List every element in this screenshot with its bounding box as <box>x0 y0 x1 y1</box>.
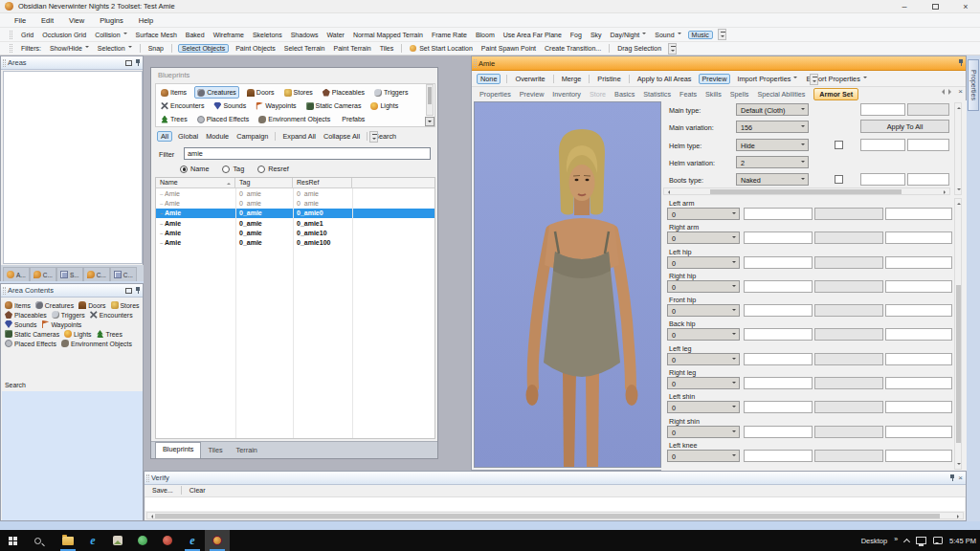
toolbar-overflow-button[interactable] <box>668 43 677 55</box>
body-part-select[interactable]: 0 <box>667 208 740 220</box>
area-contents-category[interactable]: Placeables <box>5 311 47 319</box>
radio-option[interactable]: Name <box>180 165 209 173</box>
helm-field-1[interactable] <box>860 139 905 151</box>
body-part-field-3[interactable] <box>885 377 952 389</box>
body-part-select[interactable]: 0 <box>667 231 740 244</box>
view-toolbar-button[interactable]: Water <box>324 31 345 39</box>
pin-icon[interactable] <box>136 59 140 66</box>
body-part-field-1[interactable] <box>744 401 813 413</box>
creature-tab[interactable]: Skills <box>705 90 722 99</box>
mode-toolbar-button[interactable]: Show/Hide <box>48 44 91 53</box>
body-part-select[interactable]: 0 <box>667 426 740 438</box>
mode-toolbar-button[interactable] <box>171 44 172 53</box>
body-parts-scrollbar[interactable] <box>954 198 962 470</box>
creature-tab[interactable]: Basics <box>614 90 635 99</box>
resource-tab[interactable]: S... <box>56 267 83 281</box>
main-type-select[interactable]: Default (Cloth) <box>736 103 809 116</box>
table-row[interactable]: Amie 0_amie 0_amie <box>156 198 434 208</box>
helm-variation-select[interactable]: 2 <box>736 156 809 168</box>
body-part-field-3[interactable] <box>885 450 952 462</box>
areas-panel-header[interactable]: Areas <box>1 56 143 70</box>
boots-checkbox[interactable] <box>835 175 843 184</box>
body-part-field-3[interactable] <box>885 231 952 244</box>
network-icon[interactable] <box>916 537 926 544</box>
body-part-field-1[interactable] <box>744 353 813 365</box>
search-label[interactable]: Search <box>5 382 26 388</box>
view-toolbar-button[interactable]: Use Area Far Plane <box>501 31 564 39</box>
toolset-taskbar-button[interactable] <box>205 530 230 551</box>
body-part-field-2[interactable] <box>814 328 883 341</box>
creature-toolbar-button[interactable] <box>506 75 507 83</box>
area-contents-category[interactable]: Placed Effects <box>5 340 56 347</box>
mode-toolbar-button[interactable]: Select Objects <box>178 44 229 53</box>
verify-header[interactable]: Verify × <box>145 472 966 485</box>
areas-list[interactable] <box>3 71 143 264</box>
body-part-field-2[interactable] <box>814 401 883 413</box>
scope-button[interactable]: Collapse All <box>322 131 362 142</box>
scope-button[interactable]: Expand All <box>280 131 317 142</box>
creature-toolbar-button[interactable]: Apply to All Areas <box>635 74 694 84</box>
creature-tab[interactable]: Properties <box>479 90 511 99</box>
minimize-button[interactable]: – <box>892 0 917 13</box>
menu-item[interactable]: Help <box>132 15 160 26</box>
area-contents-category[interactable]: Trees <box>97 330 122 338</box>
scope-button[interactable]: Module <box>204 131 231 142</box>
mode-toolbar-button[interactable] <box>140 44 141 53</box>
creature-toolbar-overflow[interactable] <box>810 74 818 85</box>
mode-toolbar-button[interactable]: Set Start Location <box>408 44 475 53</box>
mode-toolbar-button[interactable]: Paint Terrain <box>331 44 372 53</box>
mode-toolbar-button[interactable]: Filters: <box>19 44 43 53</box>
creature-tab[interactable]: Spells <box>730 90 749 99</box>
body-part-field-1[interactable] <box>744 256 813 269</box>
body-part-field-3[interactable] <box>885 426 952 438</box>
close-panel-icon[interactable]: × <box>958 474 963 481</box>
view-toolbar-button[interactable]: Frame Rate <box>430 31 469 39</box>
notifications-icon[interactable] <box>933 537 943 544</box>
menu-item[interactable]: Plugins <box>93 15 130 26</box>
body-part-field-1[interactable] <box>744 426 813 438</box>
mode-toolbar-button[interactable]: Tiles <box>378 44 396 53</box>
photos-button[interactable] <box>105 530 130 551</box>
column-header-name[interactable]: Name <box>156 178 235 187</box>
clear-button[interactable]: Clear <box>188 486 208 495</box>
area-contents-category[interactable]: Creatures <box>35 301 74 309</box>
body-part-field-2[interactable] <box>814 353 883 365</box>
body-part-field-1[interactable] <box>744 450 813 462</box>
apply-to-all-button[interactable]: Apply To All <box>860 120 949 133</box>
boots-field-2[interactable] <box>907 173 949 186</box>
creature-toolbar-button[interactable]: Overwrite <box>513 74 546 84</box>
blueprint-category-button[interactable]: Stores <box>282 86 315 99</box>
area-contents-category[interactable]: Static Cameras <box>5 330 59 338</box>
helm-field-2[interactable] <box>907 139 949 151</box>
body-part-field-1[interactable] <box>744 377 813 389</box>
creature-toolbar-button[interactable]: Merge <box>560 74 584 84</box>
body-part-select[interactable]: 0 <box>667 450 740 462</box>
mode-toolbar-button[interactable]: Paint Spawn Point <box>479 44 538 53</box>
close-button[interactable]: × <box>953 0 978 13</box>
body-part-select[interactable]: 0 <box>667 256 740 269</box>
mode-toolbar-button[interactable] <box>401 44 402 53</box>
body-part-select[interactable]: 0 <box>667 377 740 389</box>
area-contents-category[interactable]: Waypoints <box>41 320 81 328</box>
area-contents-header[interactable]: Area Contents <box>1 284 143 298</box>
table-row[interactable]: Amie 0_amie 0_amie10 <box>156 228 434 237</box>
view-toolbar-button[interactable]: Bloom <box>474 31 497 39</box>
blueprint-category-button[interactable]: Static Cameras <box>304 99 364 112</box>
scope-button[interactable]: Campaign <box>234 131 270 142</box>
table-row[interactable]: Amie 0_amie 0_amie100 <box>156 237 434 247</box>
clock[interactable]: 5:45 PM <box>949 537 976 545</box>
mode-toolbar-button[interactable]: Selection <box>96 44 134 53</box>
desktop-overflow[interactable]: » <box>894 536 898 542</box>
body-part-field-2[interactable] <box>814 256 883 269</box>
resource-tab[interactable]: C... <box>30 267 56 281</box>
helm-type-select[interactable]: Hide <box>736 139 809 151</box>
chevron-up-icon[interactable] <box>903 538 910 544</box>
menu-item[interactable]: Edit <box>34 15 60 26</box>
radio-option[interactable]: Tag <box>222 165 244 173</box>
column-header-tag[interactable]: Tag <box>235 178 293 187</box>
blueprint-category-button[interactable]: Trees <box>159 113 189 125</box>
mode-toolbar-button[interactable]: Paint Objects <box>234 44 278 53</box>
body-part-select[interactable]: 0 <box>667 401 740 413</box>
view-toolbar-button[interactable]: Occlusion Grid <box>40 31 88 39</box>
properties-side-tab[interactable]: Properties <box>968 59 979 111</box>
